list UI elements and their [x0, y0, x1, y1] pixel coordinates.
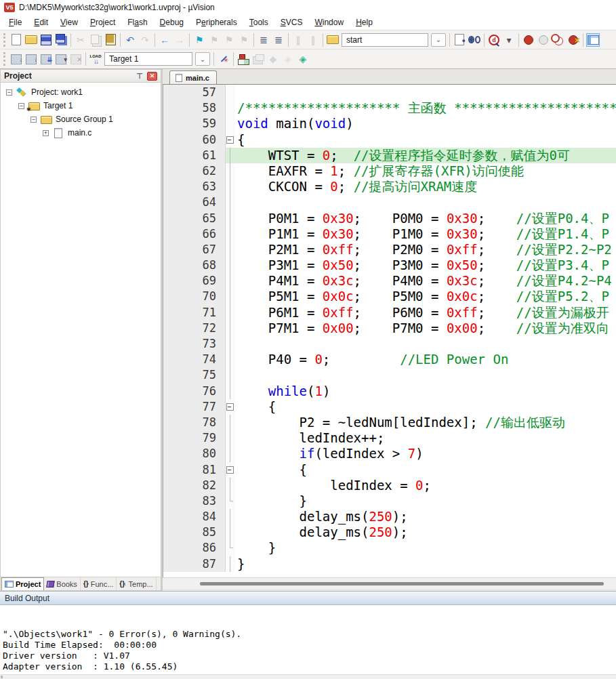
find-in-files-icon[interactable]: ●: [453, 33, 466, 47]
tree-expander[interactable]: −: [18, 103, 24, 109]
code-line-73[interactable]: 73: [163, 336, 616, 352]
menu-svcs[interactable]: SVCS: [274, 16, 309, 29]
code-line-59[interactable]: 59void main(void): [163, 116, 616, 131]
menu-tools[interactable]: Tools: [243, 16, 274, 29]
navigate-back-icon[interactable]: ←: [158, 33, 171, 47]
copy-icon[interactable]: [89, 33, 102, 47]
bookmark-clear-icon[interactable]: ⚑: [237, 33, 251, 47]
code-line-58[interactable]: 58/******************** 主函数 ************…: [163, 100, 616, 116]
fold-collapse-icon[interactable]: [226, 132, 235, 148]
code-line-71[interactable]: 71 P6M1 = 0xff; P6M0 = 0xff; //设置为漏极开: [163, 305, 616, 321]
code-line-60[interactable]: 60{: [163, 132, 616, 148]
code-line-57[interactable]: 57: [163, 85, 616, 100]
menu-project[interactable]: Project: [84, 16, 121, 29]
redo-icon[interactable]: ↷: [138, 33, 152, 47]
code-line-62[interactable]: 62 EAXFR = 1; //扩展寄存器(XFR)访问使能: [163, 163, 616, 179]
toolbar-grip-2[interactable]: [3, 52, 7, 66]
code-line-86[interactable]: 86 }: [163, 540, 616, 556]
code-line-72[interactable]: 72 P7M1 = 0x00; P7M0 = 0x00; //设置为准双向: [163, 321, 616, 336]
paste-icon[interactable]: [104, 33, 117, 47]
menu-peripherals[interactable]: Peripherals: [190, 16, 243, 29]
breakpoint-disable-icon[interactable]: [537, 33, 550, 47]
code-line-74[interactable]: 74 P40 = 0; //LED Power On: [163, 352, 616, 367]
tree-expander[interactable]: +: [43, 130, 49, 136]
bookmark-prev-icon[interactable]: ⚑: [207, 33, 221, 47]
multi-project-icon[interactable]: ◈: [296, 52, 310, 66]
tree-item-project-work1[interactable]: −Project: work1: [1, 85, 161, 99]
code-line-84[interactable]: 84 delay_ms(250);: [163, 509, 616, 524]
pin-icon[interactable]: ⊤: [134, 72, 145, 81]
breakpoint-kill-all-icon[interactable]: [567, 33, 580, 47]
new-file-icon[interactable]: [9, 33, 23, 47]
tree-item-main-c[interactable]: +main.c: [1, 126, 161, 140]
code-line-66[interactable]: 66 P1M1 = 0x30; P1M0 = 0x30; //设置P1.4、P: [163, 226, 616, 242]
manage-components-icon[interactable]: [251, 52, 265, 66]
stop-build-icon[interactable]: ✕: [69, 52, 83, 66]
code-line-65[interactable]: 65 P0M1 = 0x30; P0M0 = 0x30; //设置P0.4、P: [163, 211, 616, 226]
code-line-63[interactable]: 63 CKCON = 0; //提高访问XRAM速度: [163, 179, 616, 194]
find-dropdown-button[interactable]: ⌄: [431, 33, 446, 47]
build-output-scrollbar[interactable]: [0, 674, 616, 679]
undo-icon[interactable]: ↶: [123, 33, 137, 47]
bookmark-toggle-icon[interactable]: ⚑: [192, 33, 206, 47]
sidebar-tab-books[interactable]: Books: [44, 577, 81, 590]
code-line-83[interactable]: 83 }: [163, 493, 616, 509]
menu-file[interactable]: File: [3, 16, 28, 29]
project-window-toggle-icon[interactable]: [586, 33, 600, 47]
menu-debug[interactable]: Debug: [154, 16, 190, 29]
books-config-icon[interactable]: ◈: [281, 52, 295, 66]
comment-icon[interactable]: ∥: [291, 33, 305, 47]
code-editor[interactable]: 5758/******************** 主函数 **********…: [163, 85, 616, 577]
code-line-80[interactable]: 80 if(ledIndex > 7): [163, 446, 616, 461]
toolbar-grip[interactable]: [3, 33, 7, 47]
breakpoint-insert-icon[interactable]: [522, 33, 535, 47]
uncomment-icon[interactable]: ∥: [306, 33, 320, 47]
sidebar-tab-temp[interactable]: {}↓Temp...: [117, 577, 156, 590]
fold-collapse-icon[interactable]: [226, 399, 235, 415]
manage-rte-icon[interactable]: [237, 52, 250, 66]
code-line-61[interactable]: 61 WTST = 0; //设置程序指令延时参数，赋值为0可: [163, 148, 616, 163]
options-for-target-icon[interactable]: [217, 52, 230, 66]
batch-build-icon[interactable]: ▾: [54, 52, 68, 66]
menu-flash[interactable]: Flash: [121, 16, 153, 29]
debug-caret-icon[interactable]: ▾: [502, 33, 516, 47]
tree-expander[interactable]: −: [30, 117, 37, 123]
edit-config-icon[interactable]: [326, 33, 340, 47]
code-line-64[interactable]: 64: [163, 194, 616, 210]
download-icon[interactable]: LOAD↓↓: [89, 52, 102, 66]
code-line-69[interactable]: 69 P4M1 = 0x3c; P4M0 = 0x3c; //设置P4.2~P4: [163, 273, 616, 289]
editor-horizontal-scrollbar[interactable]: [163, 577, 616, 589]
save-icon[interactable]: [39, 33, 53, 47]
tree-item-source-group-1[interactable]: −Source Group 1: [1, 112, 161, 126]
incremental-find-icon[interactable]: [468, 33, 481, 47]
open-file-icon[interactable]: [24, 33, 38, 47]
build-output-console[interactable]: ".\Objects\work1" - 0 Error(s), 0 Warnin…: [0, 605, 616, 679]
code-line-77[interactable]: 77 {: [163, 399, 616, 415]
save-all-icon[interactable]: [54, 33, 68, 47]
scrollbar-thumb[interactable]: [200, 582, 604, 585]
code-line-76[interactable]: 76 while(1): [163, 384, 616, 399]
file-extensions-icon[interactable]: ◆: [266, 52, 280, 66]
fold-collapse-icon[interactable]: [226, 462, 235, 478]
target-dropdown-button[interactable]: ⌄: [195, 52, 210, 66]
find-text-combobox[interactable]: start: [342, 33, 428, 47]
breakpoint-disable-all-icon[interactable]: [552, 33, 565, 47]
sidebar-tab-func[interactable]: {}Func...: [81, 577, 117, 590]
indent-right-icon[interactable]: ≣: [257, 33, 270, 47]
code-line-81[interactable]: 81 {: [163, 462, 616, 478]
tree-item-target-1[interactable]: −Target 1: [1, 99, 161, 112]
navigate-forward-icon[interactable]: →: [173, 33, 186, 47]
tree-expander[interactable]: −: [6, 89, 12, 96]
cut-icon[interactable]: ✂: [74, 33, 87, 47]
target-select-combobox[interactable]: Target 1: [104, 52, 192, 66]
code-line-70[interactable]: 70 P5M1 = 0x0c; P5M0 = 0x0c; //设置P5.2、P: [163, 289, 616, 304]
close-panel-button[interactable]: ✕: [147, 72, 157, 81]
bookmark-next-icon[interactable]: ⚑: [222, 33, 236, 47]
code-line-68[interactable]: 68 P3M1 = 0x50; P3M0 = 0x50; //设置P3.4、P: [163, 258, 616, 273]
sidebar-tab-project[interactable]: Project: [1, 577, 44, 590]
code-line-82[interactable]: 82 ledIndex = 0;: [163, 478, 616, 493]
code-line-67[interactable]: 67 P2M1 = 0xff; P2M0 = 0xff; //设置P2.2~P2: [163, 242, 616, 258]
menu-view[interactable]: View: [54, 16, 84, 29]
menu-help[interactable]: Help: [350, 16, 379, 29]
rebuild-icon[interactable]: ⇊: [39, 52, 53, 66]
